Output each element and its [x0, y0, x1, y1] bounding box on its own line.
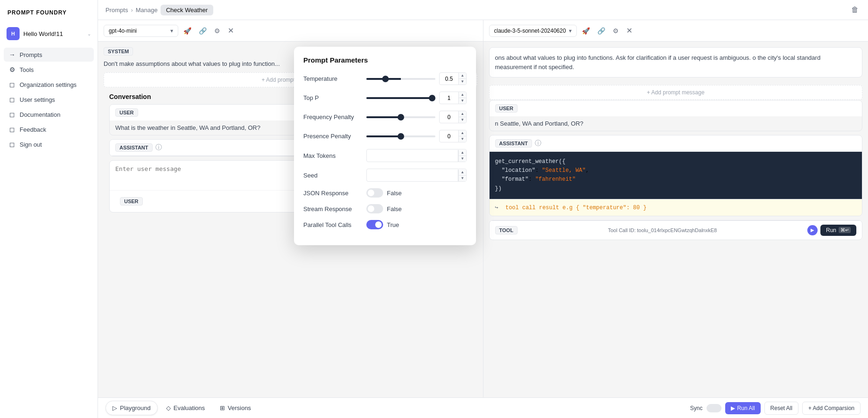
tool-run-button[interactable]: Run ⌘↵ [820, 225, 856, 236]
sidebar-item-feedback[interactable]: ◻ Feedback [4, 122, 94, 136]
seed-row: Seed ▲ ▼ [303, 169, 467, 182]
parallel-tool-calls-toggle[interactable] [366, 220, 383, 229]
pres-up[interactable]: ▲ [458, 130, 466, 136]
temperature-input[interactable] [440, 74, 458, 84]
breadcrumb-prompts[interactable]: Prompts [105, 7, 128, 14]
right-add-prompt-button[interactable]: + Add prompt message [489, 85, 863, 100]
pres-slider-container: ▲ ▼ [366, 130, 467, 142]
code-close: }) [495, 184, 857, 193]
pres-slider[interactable] [366, 135, 435, 137]
topp-input[interactable] [440, 93, 458, 103]
json-response-toggle[interactable] [366, 188, 383, 198]
user-badge: USER [115, 108, 138, 117]
json-response-label: JSON Response [303, 190, 366, 197]
sidebar-item-documentation[interactable]: ◻ Documentation [4, 107, 94, 121]
feedback-icon: ◻ [8, 126, 16, 133]
right-send-icon[interactable]: 🚀 [580, 25, 592, 37]
tool-next-button[interactable]: ▶ [807, 225, 818, 235]
prompt-params-modal: Prompt Parameters Temperature ▲ ▼ Top P [294, 47, 476, 245]
right-info-icon: ⓘ [535, 139, 541, 148]
signout-icon: ◻ [8, 141, 16, 148]
max-tokens-input[interactable] [367, 152, 458, 159]
sidebar-item-label: Feedback [20, 126, 46, 133]
breadcrumb-separator: › [131, 7, 133, 14]
temperature-slider[interactable] [366, 78, 435, 80]
parallel-tool-calls-label: Parallel Tool Calls [303, 221, 366, 228]
tab-playground[interactable]: ▷ Playground [105, 401, 158, 415]
tool-run-label: Run [826, 227, 836, 234]
freq-slider-container: ▲ ▼ [366, 111, 467, 123]
delete-button[interactable]: 🗑 [849, 4, 861, 16]
sidebar-item-user-settings[interactable]: ◻ User settings [4, 92, 94, 106]
left-model-select[interactable]: gpt-4o-mini ▾ [104, 25, 178, 37]
chevron-down-icon: ▾ [170, 28, 173, 34]
breadcrumb-manage[interactable]: Manage [136, 7, 158, 14]
seed-label: Seed [303, 172, 366, 179]
right-settings-icon[interactable]: ⚙ [610, 25, 621, 37]
run-all-icon: ▶ [731, 405, 735, 411]
seed-field[interactable]: ▲ ▼ [366, 169, 467, 182]
run-all-button[interactable]: ▶ Run All [725, 402, 761, 414]
seed-down[interactable]: ▼ [458, 176, 466, 181]
settings-icon[interactable]: ⚙ [212, 25, 223, 37]
temperature-up[interactable]: ▲ [458, 73, 466, 79]
prompt-send-icon[interactable]: 🚀 [181, 25, 194, 37]
add-comparison-button[interactable]: + Add Comparsion [802, 402, 861, 415]
right-close-button[interactable]: ✕ [624, 24, 635, 37]
sidebar-item-org-settings[interactable]: ◻ Organization settings [4, 78, 94, 92]
close-button[interactable]: ✕ [225, 24, 236, 37]
max-tokens-field[interactable]: ▲ ▼ [366, 149, 467, 162]
stream-response-value: False [387, 205, 402, 213]
tools-icon: ⚙ [8, 66, 16, 73]
tab-evaluations[interactable]: ◇ Evaluations [160, 401, 211, 415]
topp-spinners: ▲ ▼ [458, 92, 466, 104]
tab-versions-label: Versions [228, 404, 251, 411]
prompts-icon: → [8, 51, 16, 58]
user-menu[interactable]: H Hello World!11 ⌄ [0, 23, 98, 44]
pres-input[interactable] [440, 132, 458, 141]
freq-spinners: ▲ ▼ [458, 111, 466, 123]
sidebar-item-prompts[interactable]: → Prompts [4, 48, 94, 62]
freq-input[interactable] [440, 113, 458, 122]
tool-run-kbd: ⌘↵ [839, 227, 851, 233]
tool-badge: TOOL [495, 226, 518, 234]
right-model-name: claude-3-5-sonnet-20240620 [494, 28, 566, 34]
freq-slider[interactable] [366, 116, 435, 118]
sidebar-item-label: Documentation [20, 111, 60, 118]
tool-result-text[interactable]: tool call result e.g { "temperature": 80… [505, 205, 646, 211]
topp-slider[interactable] [366, 97, 435, 99]
reset-all-button[interactable]: Reset All [764, 402, 798, 415]
freq-up[interactable]: ▲ [458, 111, 466, 117]
right-system-text: ons about what values to plug into funct… [489, 47, 863, 78]
right-assistant-badge: ASSISTANT [495, 139, 532, 148]
stream-response-toggle[interactable] [366, 204, 383, 213]
topp-slider-container: ▲ ▼ [366, 92, 467, 104]
tab-versions[interactable]: ⊞ Versions [213, 401, 258, 415]
parallel-tool-calls-value: True [387, 221, 399, 228]
max-tokens-row: Max Tokens ▲ ▼ [303, 149, 467, 162]
code-format: "format": "fahrenheit" [495, 175, 857, 184]
topp-down[interactable]: ▼ [458, 98, 466, 104]
pres-value-box: ▲ ▼ [439, 130, 467, 142]
freq-down[interactable]: ▼ [458, 117, 466, 123]
pres-down[interactable]: ▼ [458, 136, 466, 142]
max-tokens-down[interactable]: ▼ [458, 156, 466, 162]
panels-container: gpt-4o-mini ▾ 🚀 🔗 ⚙ ✕ SYSTEM Don't make … [98, 20, 868, 397]
right-link-icon[interactable]: 🔗 [595, 25, 608, 37]
parallel-tool-calls-row: Parallel Tool Calls True [303, 220, 467, 229]
sidebar-item-sign-out[interactable]: ◻ Sign out [4, 137, 94, 151]
sync-toggle[interactable] [707, 404, 721, 412]
right-assistant-box: ASSISTANT ⓘ get_current_weather({ "locat… [489, 135, 863, 216]
link-icon[interactable]: 🔗 [196, 25, 209, 37]
seed-up[interactable]: ▲ [458, 170, 466, 176]
seed-input[interactable] [367, 172, 458, 178]
max-tokens-up[interactable]: ▲ [458, 150, 466, 156]
bottom-toolbar: ▷ Playground ◇ Evaluations ⊞ Versions Sy… [98, 397, 868, 418]
temperature-down[interactable]: ▼ [458, 79, 466, 85]
topp-up[interactable]: ▲ [458, 92, 466, 98]
right-panel: claude-3-5-sonnet-20240620 ▾ 🚀 🔗 ⚙ ✕ ons… [483, 20, 868, 397]
code-location: "location": "Seattle, WA", [495, 166, 857, 175]
json-response-value: False [387, 190, 402, 197]
sidebar-item-tools[interactable]: ⚙ Tools [4, 63, 94, 77]
right-model-select[interactable]: claude-3-5-sonnet-20240620 ▾ [489, 25, 577, 37]
